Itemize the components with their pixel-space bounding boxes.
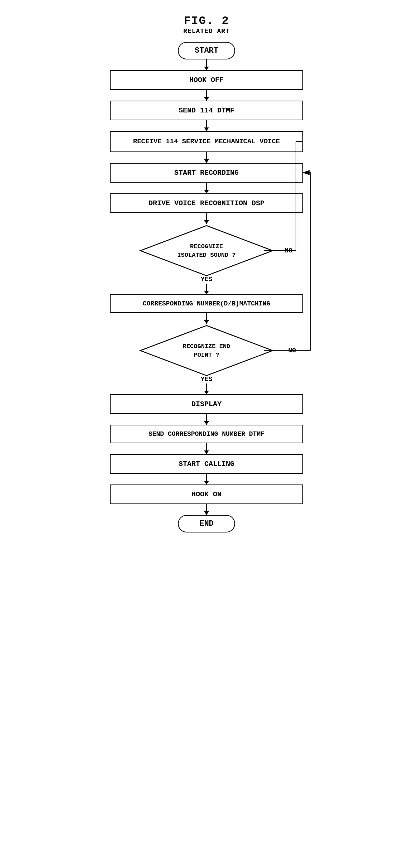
receive-114-node: RECEIVE 114 SERVICE MECHANICAL VOICE xyxy=(110,131,303,152)
arrow-3 xyxy=(206,120,207,131)
arrow-11 xyxy=(206,443,207,454)
svg-text:ISOLATED SOUND ?: ISOLATED SOUND ? xyxy=(177,252,235,259)
no-label-2: NO xyxy=(288,347,296,354)
arrow-1 xyxy=(206,59,207,70)
arrow-10 xyxy=(206,414,207,425)
diamond-svg-1: RECOGNIZE ISOLATED SOUND ? xyxy=(139,224,274,278)
start-recording-node: START RECORDING xyxy=(110,163,303,183)
svg-text:RECOGNIZE END: RECOGNIZE END xyxy=(183,343,230,350)
arrow-2 xyxy=(206,90,207,101)
arrow-7 xyxy=(206,284,207,294)
arrow-5 xyxy=(206,183,207,193)
figure-title: FIG. 2 xyxy=(71,14,342,28)
corresponding-node: CORRESPONDING NUMBER(D/B)MATCHING xyxy=(110,294,303,313)
display-node: DISPLAY xyxy=(110,394,303,414)
end-node: END xyxy=(178,515,235,532)
diamond-svg-2: RECOGNIZE END POINT ? xyxy=(139,324,274,377)
figure-subtitle: RELATED ART xyxy=(71,28,342,35)
title-area: FIG. 2 RELATED ART xyxy=(71,14,342,35)
svg-text:RECOGNIZE: RECOGNIZE xyxy=(190,243,223,250)
drive-voice-node: DRIVE VOICE RECOGNITION DSP xyxy=(110,193,303,213)
send-corresponding-node: SEND CORRESPONDING NUMBER DTMF xyxy=(110,425,303,443)
recognize-end-wrapper: RECOGNIZE END POINT ? NO xyxy=(110,324,303,377)
arrow-12 xyxy=(206,474,207,484)
svg-marker-3 xyxy=(140,326,273,376)
hook-off-node: HOOK OFF xyxy=(110,70,303,90)
start-node: START xyxy=(178,42,235,59)
arrow-4 xyxy=(206,152,207,163)
no-label-1: NO xyxy=(285,247,292,254)
page: FIG. 2 RELATED ART START HOOK OFF SEND 1… xyxy=(56,7,357,540)
hook-on-node: HOOK ON xyxy=(110,484,303,504)
arrow-6 xyxy=(206,213,207,224)
send-114-node: SEND 114 DTMF xyxy=(110,101,303,120)
receive-section: RECEIVE 114 SERVICE MECHANICAL VOICE xyxy=(71,131,342,152)
svg-marker-0 xyxy=(140,226,273,276)
flowchart: START HOOK OFF SEND 114 DTMF RECEIVE 114… xyxy=(71,42,342,532)
recognize-isolated-wrapper: RECOGNIZE ISOLATED SOUND ? NO xyxy=(110,224,303,278)
start-calling-node: START CALLING xyxy=(110,454,303,474)
arrow-9 xyxy=(206,384,207,394)
start-recording-section: START RECORDING xyxy=(71,163,342,183)
arrow-13 xyxy=(206,504,207,515)
svg-text:POINT ?: POINT ? xyxy=(194,352,219,358)
arrow-8 xyxy=(206,313,207,324)
